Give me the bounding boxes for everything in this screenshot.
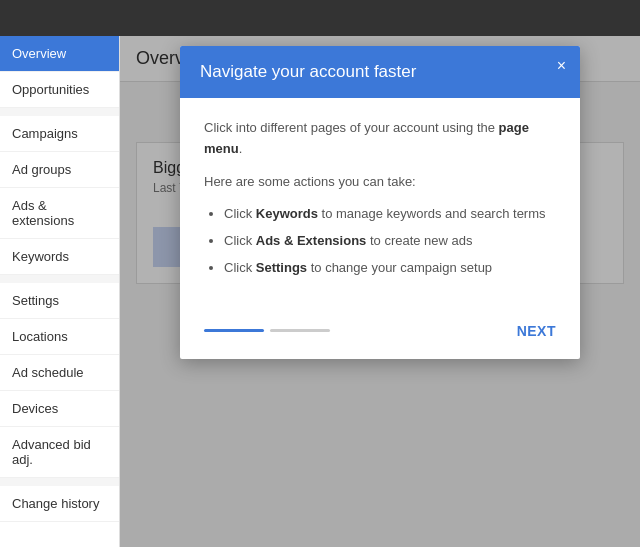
modal-title: Navigate your account faster	[200, 62, 416, 81]
modal-bold-settings: Settings	[256, 260, 307, 275]
modal-bullet-keywords: Click Keywords to manage keywords and se…	[224, 204, 556, 225]
modal-paragraph-1: Click into different pages of your accou…	[204, 118, 556, 160]
modal-bold-ads: Ads & Extensions	[256, 233, 367, 248]
sidebar-divider-2	[0, 275, 119, 283]
progress-bar	[204, 329, 330, 332]
sidebar-item-keywords[interactable]: Keywords	[0, 239, 119, 275]
content-area: Overvie Biggest changes Last 7 days comp…	[120, 36, 640, 547]
modal-bullet-settings: Click Settings to change your campaign s…	[224, 258, 556, 279]
modal-close-button[interactable]: ×	[557, 58, 566, 74]
modal-dialog: Navigate your account faster × Click int…	[180, 46, 580, 359]
modal-bullet-list: Click Keywords to manage keywords and se…	[204, 204, 556, 278]
sidebar-item-campaigns[interactable]: Campaigns	[0, 116, 119, 152]
sidebar-item-opportunities[interactable]: Opportunities	[0, 72, 119, 108]
modal-bold-page-menu: page menu	[204, 120, 529, 156]
sidebar: Overview Opportunities Campaigns Ad grou…	[0, 36, 120, 547]
sidebar-divider-3	[0, 478, 119, 486]
sidebar-item-devices[interactable]: Devices	[0, 391, 119, 427]
sidebar-item-settings[interactable]: Settings	[0, 283, 119, 319]
sidebar-item-overview[interactable]: Overview	[0, 36, 119, 72]
sidebar-item-change-history[interactable]: Change history	[0, 486, 119, 522]
progress-segment-1	[204, 329, 264, 332]
next-button[interactable]: NEXT	[517, 323, 556, 339]
modal-footer: NEXT	[180, 311, 580, 359]
modal-bold-keywords: Keywords	[256, 206, 318, 221]
sidebar-item-locations[interactable]: Locations	[0, 319, 119, 355]
modal-paragraph-2: Here are some actions you can take:	[204, 172, 556, 193]
sidebar-item-ad-schedule[interactable]: Ad schedule	[0, 355, 119, 391]
progress-segment-2	[270, 329, 330, 332]
modal-body: Click into different pages of your accou…	[180, 98, 580, 311]
sidebar-item-advanced-bid[interactable]: Advanced bid adj.	[0, 427, 119, 478]
sidebar-item-ad-groups[interactable]: Ad groups	[0, 152, 119, 188]
top-bar	[0, 0, 640, 36]
modal-overlay: Navigate your account faster × Click int…	[120, 36, 640, 547]
modal-header: Navigate your account faster ×	[180, 46, 580, 98]
sidebar-item-ads-extensions[interactable]: Ads & extensions	[0, 188, 119, 239]
modal-bullet-ads: Click Ads & Extensions to create new ads	[224, 231, 556, 252]
sidebar-divider-1	[0, 108, 119, 116]
